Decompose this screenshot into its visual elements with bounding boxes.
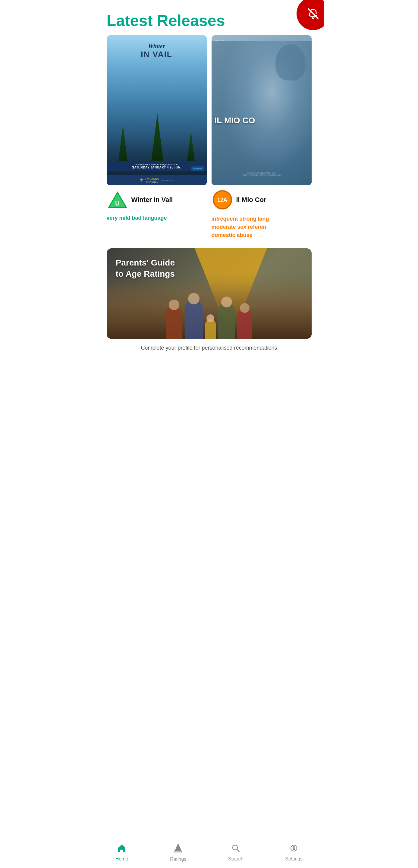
warnings-winter-in-vail: very mild bad language bbox=[107, 215, 207, 239]
movie-poster-winter-in-vail: Winter IN VAIL A Hallmark Channel Origin… bbox=[107, 35, 207, 185]
guide-title: Parents' Guide to Age Ratings bbox=[116, 257, 175, 279]
rating-12a-text: 12A bbox=[217, 197, 227, 203]
warnings-il-mio-corpo: infrequent strong lang moderate sex refe… bbox=[212, 215, 312, 239]
page-title: Latest Releases bbox=[107, 12, 312, 29]
warning-infrequent-strong-lang: infrequent strong lang bbox=[212, 215, 312, 223]
guide-subtitle: Complete your profile for personalised r… bbox=[107, 345, 312, 351]
parents-guide-banner[interactable]: Parents' Guide to Age Ratings bbox=[107, 248, 312, 339]
warning-moderate-sex-references: moderate sex referen bbox=[212, 223, 312, 231]
content-warnings-section: very mild bad language infrequent strong… bbox=[95, 212, 324, 245]
guide-subtitle-area: Complete your profile for personalised r… bbox=[95, 339, 324, 354]
warning-domestic-abuse: domestic abuse bbox=[212, 231, 312, 239]
rating-badge-u: U bbox=[108, 190, 127, 210]
movie-title-il-mio-corpo: Il Mio Cor bbox=[236, 196, 266, 204]
rating-badge-12a: 12A bbox=[213, 190, 232, 210]
movies-row: Winter IN VAIL A Hallmark Channel Origin… bbox=[95, 35, 324, 212]
notification-bell-icon bbox=[306, 6, 320, 21]
movie-info-il-mio-corpo: 12A Il Mio Cor bbox=[212, 185, 312, 212]
movie-card-il-mio-corpo[interactable]: IL MIO CO CLOSE UP FILMS · JOËLLE PROD ·… bbox=[212, 35, 312, 212]
warning-very-mild-language: very mild bad language bbox=[107, 215, 167, 221]
movie-poster-il-mio-corpo: IL MIO CO CLOSE UP FILMS · JOËLLE PROD ·… bbox=[212, 35, 312, 185]
header-section: Latest Releases bbox=[95, 0, 324, 35]
movie-card-winter-in-vail[interactable]: Winter IN VAIL A Hallmark Channel Origin… bbox=[107, 35, 207, 212]
movie-info-winter-in-vail: U Winter In Vail bbox=[107, 185, 207, 212]
guide-text-overlay: Parents' Guide to Age Ratings bbox=[116, 257, 175, 279]
movie-title-winter-in-vail: Winter In Vail bbox=[131, 196, 173, 204]
